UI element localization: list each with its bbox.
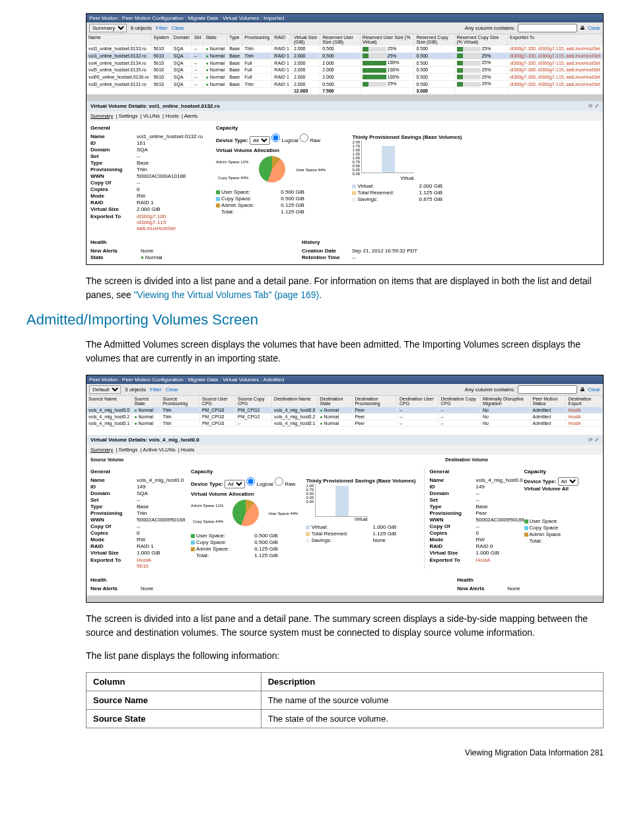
view-select-2[interactable]: Default [89,385,121,394]
tab-alerts[interactable]: Alerts [184,113,197,119]
body-para-2: The Admitted Volumes screen displays the… [86,338,604,365]
object-count: 6 objects [131,25,152,31]
expand-icon[interactable]: ⤢ [594,103,599,109]
expand-icon[interactable]: ⤢ [594,437,599,443]
print-icon[interactable]: 🖶 [580,25,585,31]
table-row[interactable]: vols_4_mig_host0.0NormalThinPM_CPG0PM_CP… [87,406,603,413]
admitted-table: Source NameSource StateSource Provisioni… [87,396,603,427]
tab-hosts[interactable]: Hosts [165,113,178,119]
body-para-4: The list pane displays the following inf… [86,649,604,663]
tab-vluns[interactable]: VLUNs [143,113,160,119]
table-row[interactable]: vols_4_mig_host0.1NormalThinPM_CPG0--vol… [87,420,603,426]
page-footer: Viewing Migration Data Information 281 [26,748,604,757]
section-heading: Admitted/Importing Volumes Screen [26,311,604,328]
vv-tab-link[interactable]: "Viewing the Virtual Volumes Tab" (page … [133,289,319,300]
anycol-input[interactable] [518,24,577,32]
detail-tabs: Summary| Settings| VLUNs| Hosts| Alerts [87,111,603,121]
logical-radio[interactable] [271,134,280,142]
view-select[interactable]: Summary [89,24,127,32]
toolbar: Summary 6 objects Filter Clear Any colum… [87,22,603,34]
refresh-icon[interactable]: ⟳ [588,437,593,443]
allocation-pie-2 [226,497,265,530]
savings-bar-2 [315,484,368,517]
table-row[interactable]: vol1_online_hostset.0132.ro5610SQA--Norm… [87,52,603,59]
admitted-screenshot: Peer Motion : Peer Motion Configuration … [86,375,604,603]
table-row[interactable]: vol5_online_hostset.0135.ro5610SQA--Norm… [87,66,603,73]
anycol-input-2[interactable] [518,385,577,394]
devtype-select[interactable]: All [250,136,270,145]
refresh-icon[interactable]: ⟳ [588,103,593,109]
imported-screenshot: Peer Motion : Peer Motion Configuration … [86,13,604,265]
savings-bar [361,140,414,173]
toolbar-2: Default 3 objects Filter Clear Any colum… [87,384,603,396]
window-title-2: Peer Motion : Peer Motion Configuration … [87,375,603,384]
tab-settings[interactable]: Settings [119,113,138,119]
table-row[interactable]: vol3_online_hostset.0133.ro5610SQA--Norm… [87,46,603,53]
detail-header-2: Virtual Volume Details: vols_4_mig_host0… [87,435,603,445]
tab-summary[interactable]: Summary [90,113,113,119]
body-para-3: The screen is divided into a list pane a… [86,612,604,640]
clear-link[interactable]: Clear [172,25,184,31]
table-row[interactable]: vol0_online_hostset.0131.ro5610SQA--Norm… [87,81,603,88]
raw-radio[interactable] [300,134,308,142]
anycol-label: Any column contains: [465,25,515,31]
filter-link[interactable]: Filter [156,25,168,31]
table-row[interactable]: vols_4_mig_host0.2NormalThinPM_CPG0PM_CP… [87,413,603,420]
window-title: Peer Motion : Peer Motion Configuration … [87,14,603,22]
table-row[interactable]: vol65_online_hostset.0136.ro5610SQA--Nor… [87,73,603,81]
table-row[interactable]: vol4_online_hostset.0134.ro5610SQA--Norm… [87,59,603,67]
column-desc-table: ColumnDescription Source NameThe name of… [86,672,604,728]
detail-header: Virtual Volume Details: vol1_online_host… [87,101,603,111]
allocation-pie [252,153,292,186]
volumes-table: NameSystem DomainSet StateType Provision… [87,34,603,95]
clear2-link[interactable]: Clear [588,25,600,31]
body-para-1: The screen is divided into a list pane a… [86,274,604,302]
print-icon[interactable]: 🖶 [580,387,585,393]
